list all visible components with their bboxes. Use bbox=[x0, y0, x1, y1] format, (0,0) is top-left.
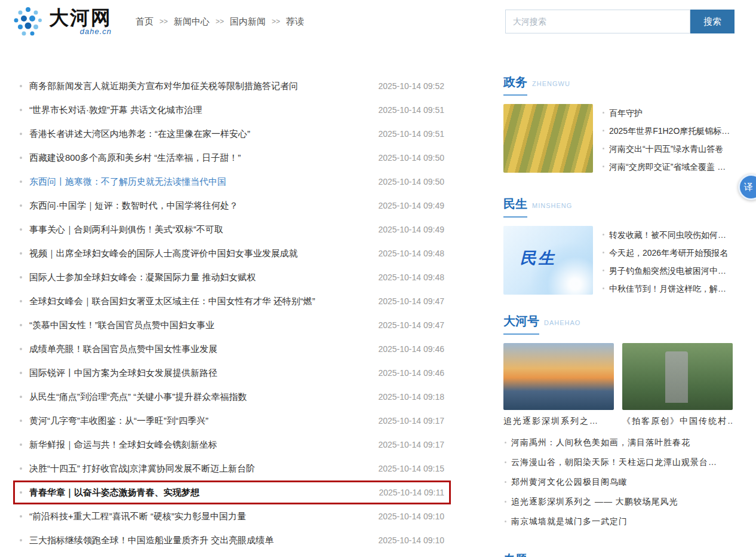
bullet-icon bbox=[505, 461, 506, 463]
dahehao-card[interactable]: 《拍客原创》中国传统村… bbox=[622, 343, 733, 427]
news-link[interactable]: “羡慕中国女性！”联合国官员点赞中国妇女事业 bbox=[29, 320, 371, 331]
card-caption[interactable]: 追光逐影深圳系列之… bbox=[503, 416, 614, 427]
news-time: 2025-10-14 09:50 bbox=[378, 153, 444, 163]
bullet-icon bbox=[505, 481, 506, 483]
bullet-icon bbox=[20, 467, 22, 470]
news-link[interactable]: 视频｜出席全球妇女峰会的国际人士高度评价中国妇女事业发展成就 bbox=[29, 248, 371, 259]
card-caption[interactable]: 《拍客原创》中国传统村… bbox=[622, 416, 733, 427]
news-time: 2025-10-14 09:47 bbox=[378, 320, 444, 330]
news-row: 商务部新闻发言人就近期美方宣布对华加征关税等限制措施答记者问 2025-10-1… bbox=[13, 74, 451, 98]
section-title-zhuanti[interactable]: 专题 bbox=[503, 552, 527, 557]
bullet-icon bbox=[20, 443, 22, 446]
news-link[interactable]: 西藏建设800多个高原和美乡村 “生活幸福，日子甜！” bbox=[29, 152, 371, 164]
news-link[interactable]: 青春华章｜以奋斗姿态激扬青春、实现梦想 bbox=[29, 487, 372, 498]
bullet-icon bbox=[20, 491, 22, 494]
breadcrumb-separator: >> bbox=[272, 17, 280, 26]
sidebar-news-link[interactable]: 转发收藏！被不同虫咬伤如何… bbox=[609, 226, 726, 244]
sidebar-news-link[interactable]: 郑州黄河文化公园极目阁鸟瞰 bbox=[511, 472, 628, 492]
bullet-icon bbox=[20, 204, 22, 207]
search-input[interactable] bbox=[505, 10, 690, 33]
list-item: 南京城墙就是城门多一武定门 bbox=[503, 512, 733, 531]
news-link[interactable]: 三大指标继续领跑全球！中国造船业量质齐升 交出亮眼成绩单 bbox=[29, 535, 371, 546]
news-link[interactable]: 全球妇女峰会｜联合国妇女署亚太区域主任：中国女性有才华 还特别“燃” bbox=[29, 296, 371, 307]
news-link[interactable]: 决胜“十四五” 打好收官战|京津冀协同发展不断迈上新台阶 bbox=[29, 463, 371, 475]
sidebar-news-link[interactable]: 追光逐影深圳系列之 —— 大鹏较场尾风光 bbox=[511, 492, 678, 512]
sunset-city-thumbnail-image bbox=[503, 343, 614, 410]
bullet-icon bbox=[20, 228, 22, 231]
search-button[interactable]: 搜索 bbox=[690, 10, 735, 33]
search-box: 搜索 bbox=[505, 10, 735, 33]
news-link[interactable]: 国际人士参加全球妇女峰会：凝聚国际力量 推动妇女赋权 bbox=[29, 272, 371, 283]
news-link[interactable]: 东西问丨施寒微：不了解历史就无法读懂当代中国 bbox=[29, 176, 371, 188]
news-time: 2025-10-14 09:17 bbox=[378, 440, 444, 449]
news-row: 青春华章｜以奋斗姿态激扬青春、实现梦想 2025-10-14 09:11 bbox=[13, 481, 451, 504]
news-link[interactable]: 成绩单亮眼！联合国官员点赞中国女性事业发展 bbox=[29, 344, 371, 355]
sidebar: 政务 ZHENGWU 百年守护 bbox=[503, 74, 733, 557]
news-link[interactable]: 国际锐评丨中国方案为全球妇女发展提供新路径 bbox=[29, 368, 371, 379]
breadcrumb-link[interactable]: 首页 bbox=[136, 16, 153, 27]
sidebar-news-link[interactable]: 南京城墙就是城门多一武定门 bbox=[511, 512, 628, 531]
site-logo[interactable]: 大河网 dahe.cn bbox=[12, 5, 112, 38]
bullet-icon bbox=[20, 157, 22, 159]
sidebar-news-link[interactable]: 河南交出“十四五”绿水青山答卷 bbox=[609, 140, 723, 158]
news-link[interactable]: “前沿科技+重大工程”喜讯不断 “硬核”实力彰显中国力量 bbox=[29, 511, 371, 522]
logo-text: 大河网 dahe.cn bbox=[49, 8, 112, 36]
news-link[interactable]: 香港长者讲述大湾区内地养老：“在这里像在家一样安心” bbox=[29, 128, 371, 140]
sidebar-news-link[interactable]: 2025年世界F1H2O摩托艇锦标… bbox=[609, 122, 730, 140]
main-content: 商务部新闻发言人就近期美方宣布对华加征关税等限制措施答记者问 2025-10-1… bbox=[0, 43, 756, 557]
news-row: “世界市长对话·敦煌”开幕 共话文化城市治理 2025-10-14 09:51 bbox=[13, 98, 451, 122]
news-row: 三大指标继续领跑全球！中国造船业量质齐升 交出亮眼成绩单 2025-10-14 … bbox=[13, 528, 451, 552]
sidebar-news-link[interactable]: 河南“交房即交证”省域全覆盖 … bbox=[609, 158, 726, 176]
bullet-icon bbox=[603, 148, 604, 149]
news-row: 国际人士参加全球妇女峰会：凝聚国际力量 推动妇女赋权 2025-10-14 09… bbox=[13, 265, 451, 289]
dahehao-card[interactable]: 追光逐影深圳系列之… bbox=[503, 343, 614, 427]
news-link[interactable]: 事事关心｜合则两利斗则俱伤！美式“双标”不可取 bbox=[29, 224, 371, 235]
sidebar-news-link[interactable]: 中秋佳节到！月饼这样吃，解… bbox=[609, 280, 726, 298]
section-title-minsheng[interactable]: 民生 bbox=[503, 196, 527, 218]
news-row: 东西问丨施寒微：不了解历史就无法读懂当代中国 2025-10-14 09:50 bbox=[13, 170, 451, 194]
section-header: 大河号 DAHEHAO bbox=[503, 313, 733, 335]
sidebar-news-link[interactable]: 云海漫山谷，朝阳染天际！天柱远口龙潭山观景台… bbox=[511, 452, 717, 472]
news-row: “前沿科技+重大工程”喜讯不断 “硬核”实力彰显中国力量 2025-10-14 … bbox=[13, 504, 451, 528]
news-link[interactable]: 新华鲜报｜命运与共！全球妇女峰会镌刻新坐标 bbox=[29, 439, 371, 451]
bullet-icon bbox=[20, 300, 22, 302]
breadcrumb-link[interactable]: 新闻中心 bbox=[174, 16, 210, 27]
bullet-icon bbox=[20, 85, 22, 87]
bullet-icon bbox=[603, 287, 604, 289]
dahehao-list: 河南禹州：人间秋色美如画，满目落叶胜春花 云海漫山谷，朝阳染天际！天柱远口龙潭山… bbox=[503, 433, 733, 531]
section-title-dahehao[interactable]: 大河号 bbox=[503, 313, 539, 335]
zhengwu-thumbnail-image[interactable] bbox=[503, 104, 593, 173]
news-link[interactable]: 东西问·中国学｜短评：数智时代，中国学将往何处？ bbox=[29, 200, 371, 212]
news-time: 2025-10-14 09:18 bbox=[378, 392, 444, 402]
bullet-icon bbox=[603, 112, 604, 114]
header: 大河网 dahe.cn 首页 >> 新闻中心 >> 国内新闻 >> 荐读 搜索 bbox=[0, 0, 756, 43]
news-time: 2025-10-14 09:11 bbox=[379, 488, 445, 497]
breadcrumb-link[interactable]: 国内新闻 bbox=[230, 16, 266, 27]
section-header: 民生 MINSHENG bbox=[503, 196, 733, 218]
monument-thumbnail-image bbox=[622, 343, 733, 410]
news-link[interactable]: “世界市长对话·敦煌”开幕 共话文化城市治理 bbox=[29, 105, 371, 116]
news-link[interactable]: 从民生“痛点”到治理“亮点” “关键小事”提升群众幸福指数 bbox=[29, 391, 371, 403]
minsheng-thumbnail-image[interactable]: 民生 bbox=[503, 226, 593, 295]
sidebar-news-link[interactable]: 男子钓鱼船突然没电被困河中… bbox=[609, 262, 726, 280]
bullet-icon bbox=[20, 180, 22, 183]
section-title-zhengwu[interactable]: 政务 bbox=[503, 74, 527, 96]
sidebar-news-link[interactable]: 百年守护 bbox=[609, 104, 643, 122]
sidebar-news-link[interactable]: 河南禹州：人间秋色美如画，满目落叶胜春花 bbox=[511, 433, 690, 452]
news-time: 2025-10-14 09:46 bbox=[378, 344, 444, 354]
sidebar-news-link[interactable]: 今天起，2026年考研开始预报名 bbox=[609, 244, 728, 262]
news-link[interactable]: 黄河“几字弯”丰收图鉴：从“一季旺”到“四季兴” bbox=[29, 415, 371, 427]
section-minsheng: 民生 MINSHENG 民生 转发收藏！被不同虫咬伤如何… bbox=[503, 196, 733, 298]
page: 大河网 dahe.cn 首页 >> 新闻中心 >> 国内新闻 >> 荐读 搜索 bbox=[0, 0, 756, 557]
bullet-icon bbox=[603, 234, 604, 235]
logo-title: 大河网 bbox=[49, 8, 112, 28]
breadcrumb-link[interactable]: 荐读 bbox=[286, 16, 304, 27]
section-body: 民生 转发收藏！被不同虫咬伤如何… 今天起，2026年考研开 bbox=[503, 226, 733, 298]
breadcrumb-separator: >> bbox=[216, 17, 224, 26]
list-item: 追光逐影深圳系列之 —— 大鹏较场尾风光 bbox=[503, 492, 733, 512]
list-item: 百年守护 bbox=[601, 104, 733, 122]
section-zhuanti: 专题 ZHUANTI bbox=[503, 552, 733, 557]
news-link[interactable]: 商务部新闻发言人就近期美方宣布对华加征关税等限制措施答记者问 bbox=[29, 81, 371, 92]
dahehao-cards: 追光逐影深圳系列之… 《拍客原创》中国传统村… bbox=[503, 343, 733, 427]
section-zhengwu: 政务 ZHENGWU 百年守护 bbox=[503, 74, 733, 176]
